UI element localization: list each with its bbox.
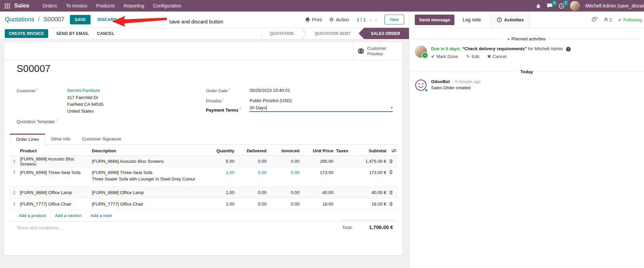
info-icon[interactable]: i (566, 47, 571, 52)
tab-order-lines[interactable]: Order Lines (10, 134, 45, 145)
pager-value: 1 / 1 (356, 17, 366, 22)
delete-line-icon[interactable] (388, 167, 398, 174)
breadcrumb-quotations[interactable]: Quotations (5, 16, 34, 23)
line-quantity[interactable]: 1.00 (206, 202, 236, 207)
stage-sales-order[interactable]: SALES ORDER (358, 28, 409, 39)
line-quantity[interactable]: 5.00 (206, 159, 236, 164)
drag-handle-icon[interactable] (10, 167, 19, 174)
menu-orders[interactable]: Orders (38, 0, 61, 12)
attachment-paperclip-icon[interactable] (592, 16, 598, 23)
stage-quotation[interactable]: QUOTATION (262, 28, 302, 39)
line-unit-price[interactable]: 40.00 (301, 190, 335, 195)
tab-customer-signature[interactable]: Customer Signature (76, 134, 127, 144)
apps-grid-icon[interactable] (0, 0, 14, 12)
pager-next-icon[interactable]: › (375, 17, 377, 22)
line-quantity[interactable]: 1.00 (206, 167, 236, 175)
col-taxes[interactable]: Taxes (335, 148, 355, 153)
mark-done-button[interactable]: ✔Mark Done (431, 54, 458, 59)
user-avatar[interactable] (570, 1, 580, 11)
send-message-button[interactable]: Send message (415, 15, 454, 25)
col-quantity[interactable]: Quantity (206, 148, 236, 153)
menu-reporting[interactable]: Reporting (119, 0, 149, 12)
line-description[interactable]: [FURN_8888] Office Lamp (91, 190, 206, 195)
optional-columns-icon[interactable] (388, 149, 398, 153)
send-by-email-button[interactable]: SEND BY EMAIL (56, 31, 89, 36)
user-name[interactable]: Mitchell Admin (save_discar (585, 3, 644, 8)
line-description[interactable]: [FURN_7777] Office Chair (91, 202, 206, 207)
line-product[interactable]: [FURN_8999] Three-Seat Sofa (19, 167, 91, 175)
delete-line-icon[interactable] (388, 159, 398, 164)
line-delivered[interactable]: 0.00 (236, 167, 268, 175)
following-button[interactable]: ✔ Following (618, 17, 642, 22)
activities-clock-icon[interactable]: 2 (559, 3, 564, 9)
debug-bug-icon[interactable] (536, 3, 541, 8)
terms-placeholder[interactable]: Terms and conditions... (17, 225, 62, 230)
customer-link[interactable]: Gemini Furniture (67, 88, 100, 93)
line-quantity[interactable]: 1.00 (206, 190, 236, 195)
table-row: [FURN_6666] Acoustic Bloc Screens [FURN_… (10, 156, 398, 167)
pricelist-value[interactable]: Public Pricelist (USD) (250, 98, 292, 103)
line-unit-price[interactable]: 295.00 (301, 159, 335, 164)
chevron-down-icon[interactable]: ▾ (391, 106, 393, 110)
col-subtotal[interactable]: Subtotal (355, 148, 388, 153)
line-delivered[interactable]: 0.00 (236, 159, 268, 164)
action-button[interactable]: ⚙ Action (329, 17, 349, 23)
col-unit-price[interactable]: Unit Price (301, 148, 335, 153)
discard-button[interactable]: DISCARD (97, 17, 117, 22)
col-description[interactable]: Description (91, 148, 206, 153)
line-invoiced[interactable]: 0.00 (268, 202, 301, 207)
line-product[interactable]: [FURN_8888] Office Lamp (19, 190, 91, 195)
add-note-link[interactable]: Add a note (91, 213, 112, 218)
customer-preview-button[interactable]: Customer Preview (353, 42, 403, 60)
menu-products[interactable]: Products (92, 0, 119, 12)
save-button[interactable]: SAVE (70, 15, 91, 24)
line-taxes[interactable] (335, 167, 355, 170)
line-product[interactable]: [FURN_6666] Acoustic Bloc Screens (19, 156, 91, 167)
add-product-link[interactable]: Add a product (19, 213, 46, 218)
new-button[interactable]: New (385, 15, 404, 24)
col-invoiced[interactable]: Invoiced (268, 148, 301, 153)
activity-assignee: for Mitchell Admin (528, 46, 563, 51)
delete-line-icon[interactable] (388, 190, 398, 195)
tab-other-info[interactable]: Other Info (45, 134, 76, 144)
line-product[interactable]: [FURN_7777] Office Chair (19, 202, 91, 207)
line-invoiced[interactable]: 0.00 (268, 190, 301, 195)
message-author[interactable]: OdooBot (431, 79, 450, 84)
messages-icon[interactable]: 4 (547, 3, 553, 8)
pager-previous-icon[interactable]: ‹ (369, 17, 372, 22)
top-navbar: Sales Orders To Invoice Products Reporti… (0, 0, 644, 12)
menu-to-invoice[interactable]: To Invoice (61, 0, 92, 12)
col-product[interactable]: Product (19, 148, 91, 153)
heart-icon: ♥ (425, 88, 428, 92)
create-invoice-button[interactable]: CREATE INVOICE (5, 29, 48, 38)
cancel-button[interactable]: CANCEL (97, 31, 114, 36)
app-name[interactable]: Sales (14, 2, 29, 9)
add-section-link[interactable]: Add a section (55, 213, 82, 218)
cancel-activity-button[interactable]: ✖Cancel (487, 54, 506, 59)
drag-handle-icon[interactable] (10, 191, 19, 195)
line-delivered[interactable]: 0.00 (236, 202, 268, 207)
pricelist-label: Pricelist? (206, 98, 224, 103)
col-delivered[interactable]: Delivered (236, 148, 268, 153)
order-date-value[interactable]: 05/25/2023 15:40:01 (250, 88, 290, 93)
line-invoiced[interactable]: 0.00 (268, 167, 301, 175)
line-invoiced[interactable]: 0.00 (268, 159, 301, 164)
line-unit-price[interactable]: 173.00 (301, 167, 335, 175)
messages-badge: 4 (552, 1, 557, 5)
activities-tab[interactable]: Activities (491, 12, 530, 28)
payment-terms-field[interactable]: 30 Days ▾ (250, 105, 393, 112)
drag-handle-icon[interactable] (10, 202, 19, 206)
log-note-button[interactable]: Log note (463, 17, 481, 22)
line-delivered[interactable]: 0.00 (236, 190, 268, 195)
line-description[interactable]: [FURN_6666] Acoustic Bloc Screens (91, 159, 206, 164)
planned-activities-header[interactable]: ▾Planned activities (413, 36, 641, 41)
followers-button[interactable]: 2 (604, 17, 612, 22)
line-description[interactable]: [FURN_8999] Three-Seat Sofa Three Seater… (91, 167, 206, 181)
stage-quotation-sent[interactable]: QUOTATION SENT (307, 28, 359, 39)
drag-handle-icon[interactable] (10, 159, 19, 164)
edit-activity-button[interactable]: ✎Edit (466, 54, 479, 59)
delete-line-icon[interactable] (388, 202, 398, 206)
print-button[interactable]: Print (305, 17, 322, 22)
line-unit-price[interactable]: 18.00 (301, 202, 335, 207)
menu-configuration[interactable]: Configuration (149, 0, 186, 12)
